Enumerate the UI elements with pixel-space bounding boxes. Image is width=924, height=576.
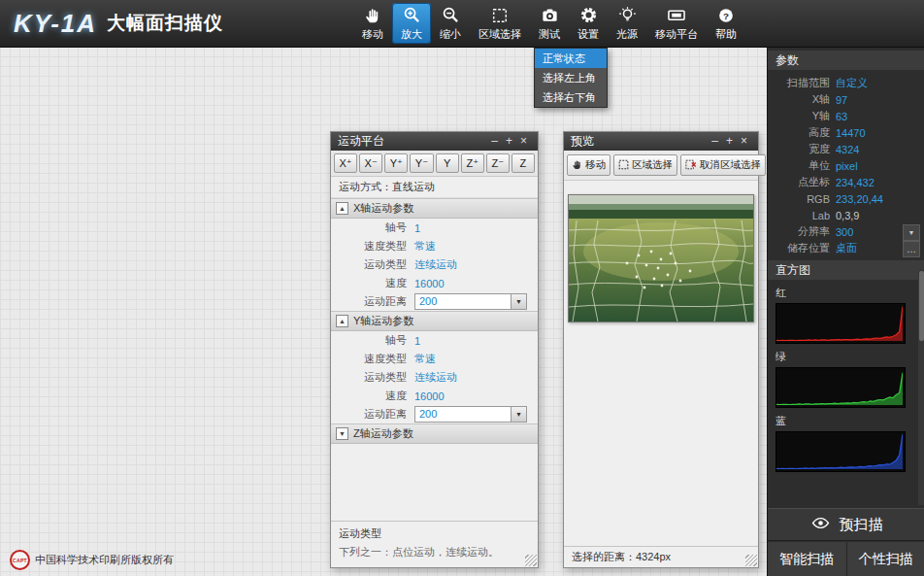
row-value[interactable]: 16000 bbox=[414, 278, 445, 289]
row-value[interactable]: 16000 bbox=[414, 390, 445, 402]
resize-grip[interactable] bbox=[745, 555, 757, 566]
smart-scan-button[interactable]: 智能扫描 bbox=[768, 542, 846, 576]
resolution-dropdown-icon[interactable]: ▼ bbox=[903, 224, 920, 241]
jog-z-plus-button[interactable]: Z⁺ bbox=[461, 153, 484, 173]
zoom-in-icon bbox=[403, 6, 421, 25]
tool-region-select[interactable]: 区域选择 bbox=[470, 0, 530, 47]
sidebar-scrollbar[interactable] bbox=[918, 269, 924, 505]
app-title: 大幅面扫描仪 bbox=[107, 11, 223, 36]
capt-logo: CAPT bbox=[10, 550, 30, 570]
jog-z-minus-button[interactable]: Z⁻ bbox=[486, 153, 510, 173]
param-label: 单位 bbox=[768, 158, 836, 173]
close-button[interactable]: × bbox=[516, 132, 531, 151]
param-unit: 单位pixel bbox=[768, 157, 924, 174]
jog-y-minus-button[interactable]: Y⁻ bbox=[410, 153, 433, 173]
preview-cancel-region-button[interactable]: 取消区域选择 bbox=[680, 154, 766, 176]
tool-zoom-in[interactable]: 放大 bbox=[392, 3, 431, 44]
tool-label: 设置 bbox=[578, 27, 599, 42]
preview-region-select-button[interactable]: 区域选择 bbox=[613, 154, 677, 176]
preview-move-button[interactable]: 移动 bbox=[567, 154, 610, 176]
region-select-icon bbox=[491, 6, 509, 25]
histogram-blue bbox=[776, 431, 906, 472]
param-label: 宽度 bbox=[768, 142, 836, 156]
param-value[interactable]: 自定义 bbox=[836, 76, 868, 90]
param-value[interactable]: 300 bbox=[836, 226, 853, 238]
resize-grip[interactable] bbox=[525, 555, 537, 566]
row-value[interactable]: 常速 bbox=[414, 352, 436, 366]
dropdown-arrow-icon[interactable]: ▼ bbox=[511, 407, 526, 422]
collapse-up-icon[interactable]: ▲ bbox=[336, 315, 348, 327]
section-header-y-axis[interactable]: ▲ Y轴运动参数 bbox=[331, 311, 538, 331]
tool-help[interactable]: ? 帮助 bbox=[707, 0, 745, 47]
top-toolbar: KY-1A 大幅面扫描仪 移动 放大 缩小 bbox=[0, 0, 924, 48]
param-value: 233,20,44 bbox=[836, 193, 883, 205]
minimize-button[interactable]: – bbox=[487, 132, 502, 151]
menu-item-select-bottom-right[interactable]: 选择右下角 bbox=[535, 87, 607, 107]
dropdown-arrow-icon[interactable]: ▼ bbox=[511, 294, 526, 309]
row-value[interactable]: 连续运动 bbox=[414, 370, 457, 385]
section-title: Z轴运动参数 bbox=[353, 426, 413, 441]
maximize-button[interactable]: + bbox=[502, 132, 516, 151]
section-header-z-axis[interactable]: ▼ Z轴运动参数 bbox=[331, 424, 538, 444]
tool-label: 光源 bbox=[616, 27, 638, 42]
tool-zoom-out[interactable]: 缩小 bbox=[431, 0, 470, 47]
param-value[interactable]: pixel bbox=[836, 160, 858, 172]
tool-move[interactable]: 移动 bbox=[353, 0, 392, 47]
tool-label: 移动 bbox=[362, 27, 383, 42]
header-label: 直方图 bbox=[776, 262, 810, 279]
y-distance-dropdown[interactable]: 200 ▼ bbox=[414, 406, 527, 423]
jog-y-button[interactable]: Y bbox=[436, 153, 459, 173]
param-value[interactable]: 桌面 bbox=[836, 241, 857, 255]
histogram-header: 直方图 bbox=[768, 260, 924, 280]
tool-light[interactable]: 光源 bbox=[608, 0, 646, 47]
collapse-up-icon[interactable]: ▲ bbox=[336, 202, 348, 215]
param-label: X轴 bbox=[768, 92, 836, 107]
jog-z-button[interactable]: Z bbox=[512, 153, 535, 173]
row-label: 速度类型 bbox=[331, 239, 414, 254]
preview-image[interactable] bbox=[568, 194, 754, 322]
param-height: 高度14470 bbox=[768, 124, 924, 141]
row-label: 运动距离 bbox=[331, 294, 414, 309]
param-point-coords: 点坐标234,432 bbox=[768, 174, 924, 190]
tool-settings[interactable]: 设置 bbox=[569, 0, 608, 47]
row-value[interactable]: 常速 bbox=[414, 239, 436, 254]
menu-item-select-top-left[interactable]: 选择左上角 bbox=[535, 68, 607, 87]
param-value: 234,432 bbox=[836, 177, 874, 188]
param-row: 运动距离 200 ▼ bbox=[331, 405, 538, 424]
browse-icon[interactable]: … bbox=[903, 241, 920, 257]
row-value: 1 bbox=[414, 335, 420, 347]
param-value: 14470 bbox=[836, 127, 866, 139]
gear-icon bbox=[579, 6, 598, 25]
param-y-axis: Y轴63 bbox=[768, 108, 924, 124]
motion-panel-titlebar[interactable]: 运动平台 – + × bbox=[331, 132, 538, 151]
tool-label: 移动平台 bbox=[655, 27, 698, 42]
zoom-out-icon bbox=[442, 6, 460, 25]
close-button[interactable]: × bbox=[737, 132, 751, 151]
prescan-button[interactable]: 预扫描 bbox=[768, 508, 924, 541]
section-header-x-axis[interactable]: ▲ X轴运动参数 bbox=[331, 198, 538, 219]
menu-item-normal-state[interactable]: 正常状态 bbox=[535, 49, 607, 68]
motion-mode-row: 运动方式： 直线运动 bbox=[331, 177, 538, 198]
row-label: 运动类型 bbox=[331, 370, 414, 385]
preview-panel-titlebar[interactable]: 预览 – + × bbox=[564, 132, 758, 151]
collapse-down-icon[interactable]: ▼ bbox=[336, 427, 348, 440]
custom-scan-button[interactable]: 个性扫描 bbox=[846, 542, 924, 576]
scan-buttons-row: 智能扫描 个性扫描 bbox=[768, 542, 924, 576]
x-distance-dropdown[interactable]: 200 ▼ bbox=[414, 293, 527, 310]
param-row: 轴号1 bbox=[331, 219, 538, 237]
bulb-icon bbox=[618, 6, 637, 25]
button-label: 移动 bbox=[585, 158, 606, 172]
jog-y-plus-button[interactable]: Y⁺ bbox=[384, 153, 408, 173]
jog-x-minus-button[interactable]: X⁻ bbox=[359, 153, 382, 173]
jog-x-plus-button[interactable]: X⁺ bbox=[334, 153, 357, 173]
maximize-button[interactable]: + bbox=[722, 132, 737, 151]
tool-test[interactable]: 测试 bbox=[530, 0, 569, 47]
param-row: 速度16000 bbox=[331, 387, 538, 405]
tool-platform[interactable]: 移动平台 bbox=[646, 0, 707, 47]
panel-title: 运动平台 bbox=[338, 133, 487, 150]
row-value[interactable]: 连续运动 bbox=[414, 257, 457, 272]
toolbar-buttons: 移动 放大 缩小 区域选择 bbox=[353, 0, 745, 47]
param-value: 63 bbox=[836, 111, 847, 122]
minimize-button[interactable]: – bbox=[708, 132, 722, 151]
scrollbar-thumb[interactable] bbox=[919, 271, 924, 341]
